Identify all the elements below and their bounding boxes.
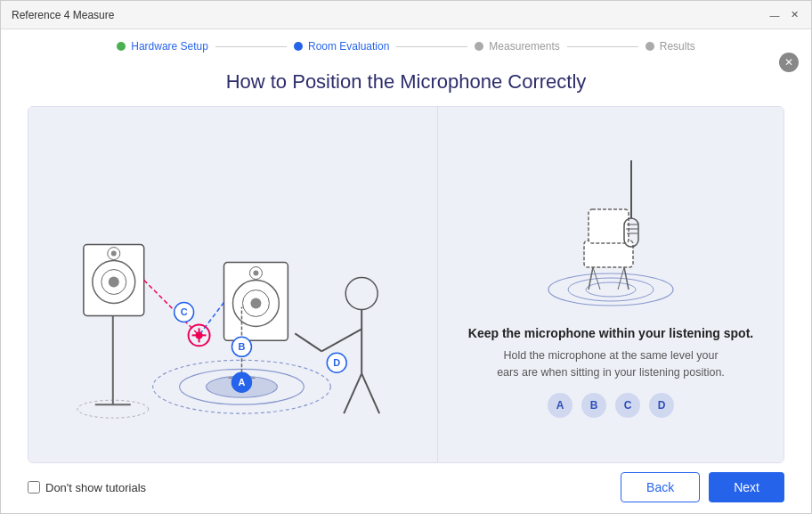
right-normal-text: Hold the microphone at the same level yo… [495,347,727,381]
step-label-hardware: Hardware Setup [131,40,208,53]
svg-line-19 [199,302,224,335]
step-line-1 [215,46,287,47]
titlebar: Reference 4 Measure — ✕ [1,1,811,29]
badge-a: A [548,393,572,418]
svg-point-9 [109,277,119,288]
step-dot-hardware [117,42,126,51]
svg-text:C: C [181,306,188,317]
step-results: Results [646,40,695,53]
svg-text:D: D [333,357,340,368]
svg-line-45 [589,267,593,290]
back-button[interactable]: Back [621,472,700,502]
step-line-3 [567,46,638,47]
footer-buttons: Back Next [621,472,784,502]
page-title: How to Position the Microphone Correctly [28,70,784,94]
svg-line-34 [321,329,361,351]
right-info-panel: Keep the microphone within your listenin… [438,107,784,462]
stepper: Hardware Setup Room Evaluation Measureme… [1,29,811,60]
svg-point-11 [111,251,117,257]
svg-line-36 [361,373,379,413]
dont-show-tutorials-checkbox[interactable] [28,481,40,494]
right-bold-text: Keep the microphone within your listenin… [468,326,753,340]
badge-b: B [581,393,606,418]
minimize-button[interactable]: — [768,9,781,21]
left-diagram-panel: C B A [28,107,438,462]
diagram-svg: C B A [28,107,437,462]
illustration-area: C B A [28,106,784,463]
svg-line-35 [344,373,361,413]
step-dot-results [646,42,654,51]
window-controls: — ✕ [768,9,800,21]
svg-point-23 [196,331,203,339]
svg-text:A: A [239,377,246,388]
step-hardware-setup: Hardware Setup [117,40,208,53]
svg-rect-44 [589,209,629,243]
svg-point-41 [568,278,654,301]
dont-show-tutorials-label[interactable]: Don't show tutorials [28,481,146,494]
step-label-results: Results [660,40,695,53]
badge-d: D [649,393,674,418]
close-button[interactable]: ✕ [788,9,800,21]
svg-text:B: B [239,341,246,352]
badge-c: C [615,393,640,418]
svg-point-32 [345,278,378,310]
badge-row: A B C D [548,393,674,418]
step-line-2 [396,46,467,47]
step-dot-measurements [475,42,483,51]
dismiss-button[interactable]: ✕ [779,53,799,72]
content-area: How to Position the Microphone Correctly [1,60,811,463]
step-label-room: Room Evaluation [308,40,389,53]
step-measurements: Measurements [475,40,559,53]
step-room-evaluation: Room Evaluation [294,40,389,53]
step-label-measurements: Measurements [489,40,559,53]
svg-line-37 [295,333,321,351]
footer: Don't show tutorials Back Next [1,463,811,513]
next-button[interactable]: Next [709,472,784,502]
svg-point-17 [253,271,258,276]
dont-show-tutorials-text: Don't show tutorials [45,481,146,494]
app-title: Reference 4 Measure [12,9,114,21]
application-window: Reference 4 Measure — ✕ Hardware Setup R… [0,0,812,514]
svg-point-15 [250,298,261,308]
step-dot-room [294,42,303,51]
chair-mic-illustration [531,151,691,312]
